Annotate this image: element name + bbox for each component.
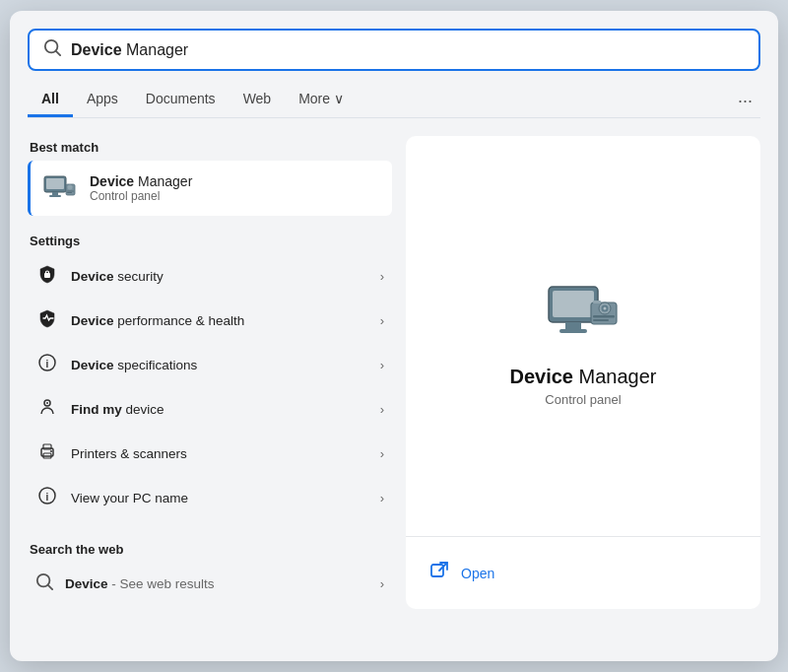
svg-point-19 — [50, 450, 52, 452]
settings-section: Settings Device security — [28, 230, 392, 520]
svg-text:i: i — [46, 359, 49, 370]
search-web-section: Search the web Device - See web results — [28, 538, 392, 604]
settings-item-device-performance[interactable]: Device performance & health › — [28, 299, 392, 343]
tabs-row: All Apps Documents Web More ∨ ··· — [28, 85, 760, 118]
best-match-item[interactable]: Device Manager Control panel — [28, 161, 392, 216]
more-options-icon[interactable]: ··· — [730, 87, 760, 115]
chevron-right-icon: › — [380, 446, 384, 461]
svg-line-1 — [56, 51, 60, 55]
chevron-right-icon: › — [380, 313, 384, 328]
device-manager-thumb — [42, 170, 78, 206]
info-icon-pcname: i — [35, 486, 59, 510]
open-action[interactable]: Open — [429, 553, 737, 593]
svg-rect-33 — [593, 319, 609, 321]
tab-apps[interactable]: Apps — [73, 85, 132, 117]
svg-rect-8 — [67, 191, 74, 192]
svg-line-23 — [48, 585, 52, 589]
svg-point-31 — [604, 307, 607, 310]
right-panel-top: Device Manager Control panel — [406, 136, 760, 536]
chevron-right-icon: › — [380, 491, 384, 505]
search-web-label: Search the web — [28, 542, 392, 557]
chevron-right-icon: › — [380, 402, 384, 417]
chevron-right-web-icon: › — [380, 576, 384, 591]
tab-more[interactable]: More ∨ — [285, 85, 358, 117]
open-label[interactable]: Open — [461, 566, 494, 581]
web-search-label: Device - See web results — [65, 576, 215, 591]
web-search-item[interactable]: Device - See web results › — [28, 563, 392, 604]
svg-rect-3 — [46, 178, 64, 189]
right-panel-actions: Open — [406, 537, 760, 609]
settings-item-pc-name[interactable]: i View your PC name › — [28, 476, 392, 520]
settings-label: Settings — [28, 234, 392, 248]
best-match-text: Device Manager Control panel — [90, 173, 192, 203]
device-specs-label: Device specifications — [71, 358, 197, 372]
left-panel: Best match — [28, 136, 392, 609]
settings-item-printers[interactable]: Printers & scanners › — [28, 432, 392, 476]
svg-rect-25 — [553, 291, 594, 317]
search-bar[interactable]: Device Manager — [28, 29, 760, 71]
shield-icon-health — [35, 308, 59, 333]
device-security-label: Device security — [71, 269, 164, 284]
svg-rect-4 — [52, 192, 58, 195]
pc-name-label: View your PC name — [71, 491, 188, 505]
chevron-right-icon: › — [380, 269, 384, 284]
best-match-title: Device Manager — [90, 173, 192, 189]
svg-rect-34 — [593, 301, 601, 303]
printers-label: Printers & scanners — [71, 446, 187, 461]
best-match-label: Best match — [28, 140, 392, 155]
settings-item-find-device[interactable]: Find my device › — [28, 387, 392, 432]
right-panel-subtitle: Control panel — [545, 392, 621, 407]
tab-documents[interactable]: Documents — [132, 85, 230, 117]
open-icon — [429, 561, 449, 585]
tab-all[interactable]: All — [28, 85, 73, 117]
svg-rect-9 — [67, 192, 72, 193]
svg-point-7 — [68, 185, 73, 190]
svg-rect-32 — [593, 315, 615, 318]
svg-rect-5 — [49, 195, 61, 197]
info-icon-specs: i — [35, 353, 59, 377]
svg-text:i: i — [46, 492, 49, 503]
right-panel-title: Device Manager — [510, 366, 657, 388]
search-window: Device Manager All Apps Documents Web Mo… — [10, 11, 778, 661]
tab-web[interactable]: Web — [230, 85, 286, 117]
search-normal-part: Manager — [122, 41, 189, 58]
search-bold-part: Device — [71, 41, 122, 58]
main-content: Best match — [28, 136, 760, 609]
person-icon-find — [35, 397, 59, 422]
svg-rect-27 — [559, 329, 587, 333]
search-icon — [43, 38, 61, 61]
settings-item-device-security[interactable]: Device security › — [28, 254, 392, 299]
search-web-icon — [35, 572, 53, 594]
search-input-display: Device Manager — [71, 41, 745, 59]
find-device-label: Find my device — [71, 402, 164, 417]
best-match-subtitle: Control panel — [90, 189, 192, 203]
chevron-right-icon: › — [380, 358, 384, 372]
svg-point-15 — [46, 402, 48, 404]
settings-item-device-specs[interactable]: i Device specifications › — [28, 343, 392, 387]
device-manager-icon-large — [544, 273, 623, 352]
svg-rect-26 — [565, 322, 581, 329]
printer-icon — [35, 441, 59, 466]
device-performance-label: Device performance & health — [71, 313, 244, 328]
svg-rect-35 — [431, 565, 443, 576]
shield-icon-security — [35, 264, 59, 289]
right-panel: Device Manager Control panel Open — [406, 136, 760, 609]
